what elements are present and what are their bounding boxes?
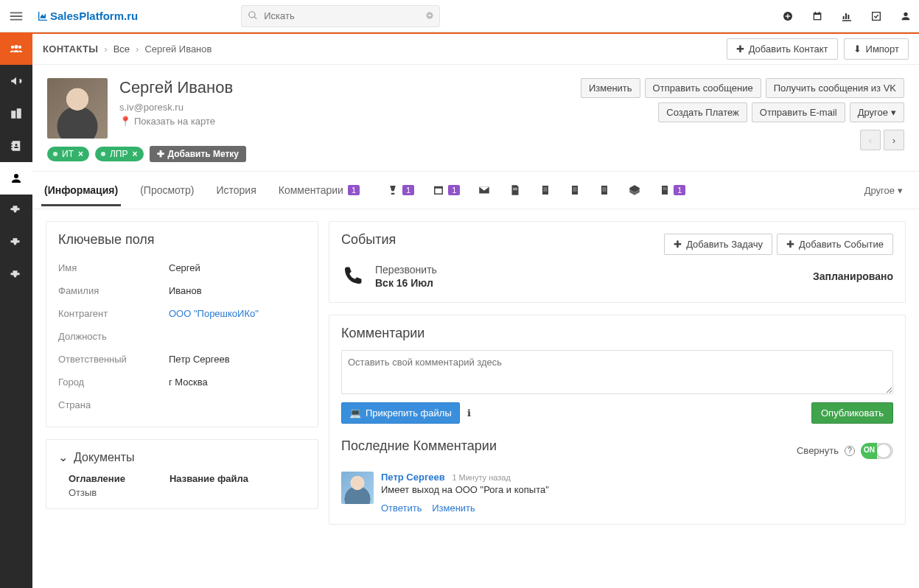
sidebar-plugin-1[interactable] xyxy=(0,195,32,227)
add-task-button[interactable]: ✚Добавить Задачу xyxy=(664,234,772,255)
tag-it[interactable]: ИТ× xyxy=(47,147,89,161)
laptop-icon: 💻 xyxy=(349,407,361,419)
sidebar-plugin-2[interactable] xyxy=(0,227,32,259)
tab-view[interactable]: (Просмотр) xyxy=(137,174,197,206)
recent-comments-title: Последние Комментарии xyxy=(341,438,497,454)
send-email-button[interactable]: Отправить E-mail xyxy=(752,102,845,122)
tab-doc2[interactable] xyxy=(569,183,581,197)
chevron-down-icon: ⌄ xyxy=(58,450,68,464)
tab-doc3[interactable] xyxy=(598,183,610,197)
breadcrumb-module[interactable]: КОНТАКТЫ xyxy=(43,43,98,55)
tab-doc1[interactable] xyxy=(539,183,551,197)
document-row[interactable]: Отзыв xyxy=(58,484,306,498)
next-record[interactable]: › xyxy=(884,130,904,150)
events-panel: События ✚Добавить Задачу ✚Добавить Событ… xyxy=(329,221,906,303)
tab-other-dropdown[interactable]: Другое ▾ xyxy=(864,185,910,196)
search-input[interactable] xyxy=(241,5,440,27)
tab-calendar[interactable]: 1 xyxy=(432,183,460,197)
key-fields-title: Ключевые поля xyxy=(58,232,306,248)
event-title: Перезвонить xyxy=(375,264,437,276)
key-fields-panel: Ключевые поля ИмяСергей ФамилияИванов Ко… xyxy=(46,221,318,427)
tab-invoices[interactable]: 1 xyxy=(659,183,685,197)
comments-badge: 1 xyxy=(348,185,360,195)
reply-link[interactable]: Ответить xyxy=(381,503,422,514)
search-dropdown-icon[interactable] xyxy=(425,11,434,20)
documents-toggle[interactable]: ⌄ Документы xyxy=(58,450,306,464)
caret-down-icon: ▾ xyxy=(898,185,903,196)
stats-icon[interactable] xyxy=(841,10,853,22)
field-city: г Москва xyxy=(169,377,208,388)
publish-button[interactable]: Опубликовать xyxy=(811,402,893,424)
download-icon: ⬇ xyxy=(853,43,862,55)
events-title: События xyxy=(341,232,396,248)
add-contact-button[interactable]: ✚ Добавить Контакт xyxy=(727,38,838,60)
sidebar-plugin-3[interactable] xyxy=(0,259,32,292)
field-lastname: Иванов xyxy=(169,285,202,296)
tab-comments[interactable]: Комментарии 1 xyxy=(276,174,363,206)
vk-messages-button[interactable]: Получить сообщения из VK xyxy=(766,78,904,98)
logo[interactable]: SalesPlatform.ru xyxy=(37,10,138,22)
sidebar-organizations[interactable] xyxy=(0,97,32,130)
chevron-right-icon: › xyxy=(136,43,139,55)
calendar-icon[interactable] xyxy=(811,10,823,22)
sidebar-contacts-group[interactable] xyxy=(0,32,32,65)
other-actions-dropdown[interactable]: Другое ▾ xyxy=(850,102,904,122)
edit-comment-link[interactable]: Изменить xyxy=(432,503,475,514)
svg-point-2 xyxy=(15,144,18,146)
add-icon[interactable] xyxy=(782,10,794,22)
create-payment-button[interactable]: Создать Платеж xyxy=(658,102,747,122)
doc-col-filename: Название файла xyxy=(170,473,248,484)
tag-remove-icon[interactable]: × xyxy=(78,149,83,159)
attach-files-button[interactable]: 💻 Прикрепить файлы xyxy=(341,402,460,424)
map-marker-icon: 📍 xyxy=(119,116,131,127)
tab-info[interactable]: (Информация) xyxy=(41,174,121,206)
plus-icon: ✚ xyxy=(786,239,794,250)
phone-icon xyxy=(341,265,363,287)
comment-entry: Петр Сергеев 1 Минуту назад Имеет выход … xyxy=(341,472,893,514)
user-icon[interactable] xyxy=(900,10,912,22)
hamburger-menu[interactable] xyxy=(0,0,32,32)
tab-history[interactable]: История xyxy=(213,174,259,206)
comments-panel: Комментарии 💻 Прикрепить файлы ℹ Опублик… xyxy=(329,315,906,525)
comments-title: Комментарии xyxy=(341,326,893,341)
comment-text: Имеет выход на ООО "Рога и копыта" xyxy=(381,484,549,495)
documents-panel: ⌄ Документы Оглавление Название файла От… xyxy=(46,439,318,509)
tag-lpr[interactable]: ЛПР× xyxy=(95,147,144,161)
breadcrumb-current: Сергей Иванов xyxy=(144,43,212,55)
comment-input[interactable] xyxy=(341,350,893,394)
add-tag-button[interactable]: ✚ Добавить Метку xyxy=(150,146,247,162)
event-item[interactable]: Перезвонить Вск 16 Июл Запланировано xyxy=(341,256,893,292)
logo-text: SalesPlatform.ru xyxy=(50,10,138,22)
event-date: Вск 16 Июл xyxy=(375,277,437,289)
tab-mail[interactable] xyxy=(478,183,491,197)
tag-remove-icon[interactable]: × xyxy=(133,149,138,159)
add-event-button[interactable]: ✚Добавить Событие xyxy=(777,234,893,255)
collapse-toggle[interactable] xyxy=(861,443,893,459)
import-button[interactable]: ⬇ Импорт xyxy=(844,38,909,60)
info-icon[interactable]: ℹ xyxy=(467,407,471,419)
sidebar-campaigns[interactable] xyxy=(0,65,32,97)
doc-col-heading: Оглавление xyxy=(69,473,125,484)
comment-avatar xyxy=(341,472,374,504)
tab-products[interactable] xyxy=(628,183,641,197)
breadcrumb-all[interactable]: Все xyxy=(113,43,130,55)
breadcrumb: КОНТАКТЫ › Все › Сергей Иванов xyxy=(43,43,212,55)
logo-icon xyxy=(37,10,49,22)
send-message-button[interactable]: Отправить сообщение xyxy=(645,78,761,98)
sidebar-contact-detail[interactable] xyxy=(0,162,32,195)
sidebar-address-book[interactable] xyxy=(0,130,32,162)
comment-author-link[interactable]: Петр Сергеев xyxy=(381,472,445,483)
field-firstname: Сергей xyxy=(169,262,200,273)
plus-icon: ✚ xyxy=(674,239,682,250)
caret-down-icon: ▾ xyxy=(891,107,896,118)
edit-button[interactable]: Изменить xyxy=(581,78,640,98)
tasks-icon[interactable] xyxy=(870,10,882,22)
tab-opportunities[interactable]: 1 xyxy=(386,183,414,197)
field-account-link[interactable]: ООО "ПорешкоИКо" xyxy=(169,308,259,319)
person-name: Сергей Иванов xyxy=(119,78,233,97)
comment-time: 1 Минуту назад xyxy=(452,473,510,482)
help-icon[interactable]: ? xyxy=(845,446,855,456)
sidebar xyxy=(0,32,32,588)
tab-quotes[interactable] xyxy=(509,183,522,197)
show-on-map-link[interactable]: 📍 Показать на карте xyxy=(119,116,233,127)
